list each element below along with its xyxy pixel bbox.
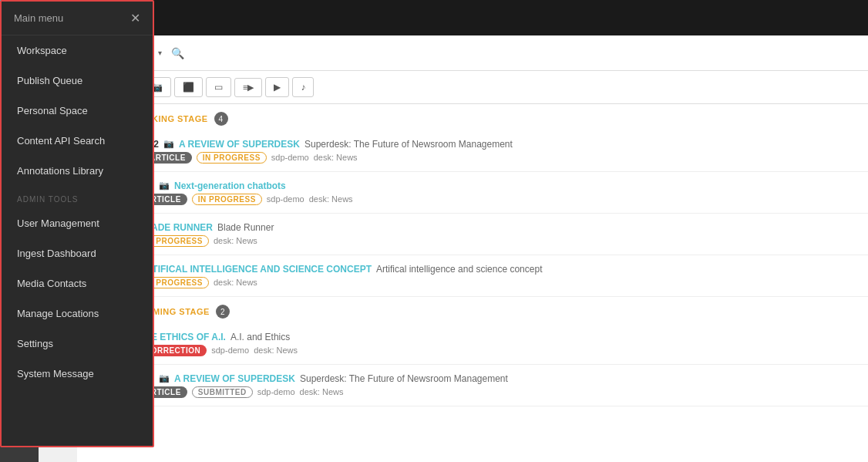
article-title-line: 890 📷 Next-generation chatbots <box>139 180 857 191</box>
side-menu-item-publish-queue[interactable]: Publish Queue <box>2 66 153 96</box>
article-subtitle: Superdesk: The Future of Newsroom Manage… <box>300 373 508 384</box>
article-meta-line: IN PROGRESS desk: News <box>139 235 857 247</box>
article-subtitle: A.I. and Ethics <box>230 332 290 342</box>
meta-desk: desk: News <box>314 153 358 162</box>
type-btn-video[interactable]: ▶ <box>265 77 289 97</box>
meta-desk: desk: News <box>300 387 344 396</box>
article-title: Next-generation chatbots <box>174 180 286 191</box>
meta-user: sdp-demo <box>211 346 249 355</box>
incoming-stage-count: 2 <box>216 305 230 319</box>
article-title-line: 432 📷 A REVIEW OF SUPERDESK Superdesk: T… <box>139 373 857 384</box>
type-btn-feed[interactable]: ≡▶ <box>234 78 262 97</box>
article-meta-line: ARTICLE SUBMITTED sdp-demo desk: News <box>139 386 857 398</box>
type-btn-audio[interactable]: ♪ <box>292 77 314 97</box>
camera-icon: 📷 <box>163 139 174 149</box>
article-meta-line: ARTICLE IN PROGRESS sdp-demo desk: News <box>139 194 857 205</box>
meta-desk: desk: News <box>309 194 353 204</box>
article-title-line: 432 📷 A REVIEW OF SUPERDESK Superdesk: T… <box>143 139 857 150</box>
badge-status: SUBMITTED <box>192 386 253 398</box>
article-content: 890 📷 Next-generation chatbots ARTICLE I… <box>139 180 857 205</box>
article-title: ARTIFICAL INTELLIGENCE AND SCIENCE CONCE… <box>139 264 372 275</box>
article-title-line: BLADE RUNNER Blade Runner <box>139 222 857 233</box>
working-stage-header: NEWS / WORKING STAGE 4 <box>77 104 868 130</box>
side-menu-item-annotations-library[interactable]: Annotations Library <box>2 156 153 186</box>
article-content: THE ETHICS OF A.I. A.I. and Ethics CORRE… <box>139 332 857 356</box>
article-subtitle: Superdesk: The Future of Newsroom Manage… <box>304 139 513 150</box>
article-content: 432 📷 A REVIEW OF SUPERDESK Superdesk: T… <box>139 373 857 398</box>
side-menu-item-manage-locations[interactable]: Manage Locations <box>2 298 153 329</box>
search-icon[interactable]: 🔍 <box>171 47 184 59</box>
main-area: Main menu ✕ Workspace Publish Queue Pers… <box>0 35 868 462</box>
articles-container: NEWS / WORKING STAGE 4 ≡ 6 3 432 📷 A REV… <box>77 104 868 462</box>
meta-user: sdp-demo <box>267 194 304 204</box>
article-row[interactable]: 📷 6 3 ARTIFICAL INTELLIGENCE AND SCIENCE… <box>77 255 868 297</box>
filter-bar: ▼ Monitoring ▾ 🔍 <box>77 35 868 71</box>
working-stage-count: 4 <box>214 112 228 126</box>
article-row[interactable]: 📷 6 3 BLADE RUNNER Blade Runner IN PROGR… <box>77 214 868 255</box>
content-area: ▼ Monitoring ▾ 🔍 all ≡ 📷 ⬛ ▭ ≡▶ ▶ ♪ NEWS… <box>77 35 868 462</box>
article-row[interactable]: ≡ 2 3 890 📷 Next-generation chatbots ART… <box>77 172 868 214</box>
article-meta-line: CORRECTION sdp-demo desk: News <box>139 345 857 356</box>
camera-icon: 📷 <box>159 373 170 383</box>
type-btn-graphic[interactable]: ⬛ <box>174 77 203 97</box>
side-menu-item-settings[interactable]: Settings <box>2 329 153 359</box>
article-title-line: ARTIFICAL INTELLIGENCE AND SCIENCE CONCE… <box>139 264 857 275</box>
article-meta-line: IN PROGRESS desk: News <box>139 277 857 288</box>
article-content: ARTIFICAL INTELLIGENCE AND SCIENCE CONCE… <box>139 264 857 288</box>
side-menu-item-content-api-search[interactable]: Content API Search <box>2 126 153 156</box>
type-filter-bar: all ≡ 📷 ⬛ ▭ ≡▶ ▶ ♪ <box>77 71 868 104</box>
side-menu-item-system-message[interactable]: System Message <box>2 359 153 389</box>
badge-status: IN PROGRESS <box>192 194 262 205</box>
article-title-line: THE ETHICS OF A.I. A.I. and Ethics <box>139 332 857 342</box>
meta-user: sdp-demo <box>257 387 295 396</box>
article-row[interactable]: ≡ 6 3 432 📷 A REVIEW OF SUPERDESK Superd… <box>77 365 868 406</box>
side-menu-item-user-management[interactable]: User Management <box>2 208 153 238</box>
article-title: A REVIEW OF SUPERDESK <box>174 373 295 384</box>
side-menu-item-workspace[interactable]: Workspace <box>2 35 153 66</box>
article-subtitle: Blade Runner <box>217 222 274 233</box>
article-row[interactable]: 📷 6 3 THE ETHICS OF A.I. A.I. and Ethics… <box>77 323 868 365</box>
side-menu-item-ingest-dashboard[interactable]: Ingest Dashboard <box>2 238 153 268</box>
meta-user: sdp-demo <box>271 153 309 162</box>
side-menu-item-personal-space[interactable]: Personal Space <box>2 96 153 126</box>
meta-desk: desk: News <box>254 346 298 355</box>
badge-status: IN PROGRESS <box>197 152 267 164</box>
admin-tools-label: ADMIN TOOLS <box>2 186 153 208</box>
article-row[interactable]: ≡ 6 3 432 📷 A REVIEW OF SUPERDESK Superd… <box>77 130 868 172</box>
meta-desk: desk: News <box>214 278 257 287</box>
article-meta-line: ARTICLE IN PROGRESS sdp-demo desk: News <box>143 152 857 164</box>
side-menu-item-media-contacts[interactable]: Media Contacts <box>2 268 153 298</box>
article-title: A REVIEW OF SUPERDESK <box>179 139 300 150</box>
monitoring-arrow: ▾ <box>158 49 162 57</box>
article-subtitle: Artifical intelligence and science conce… <box>376 264 542 275</box>
type-btn-composite[interactable]: ▭ <box>206 77 231 97</box>
camera-icon: 📷 <box>159 180 170 191</box>
incoming-stage-header: NEWS / INCOMING STAGE 2 <box>77 297 868 323</box>
article-content: BLADE RUNNER Blade Runner IN PROGRESS de… <box>139 222 857 247</box>
meta-desk: desk: News <box>214 236 257 245</box>
article-content: 432 📷 A REVIEW OF SUPERDESK Superdesk: T… <box>143 139 857 164</box>
side-menu: Main menu ✕ Workspace Publish Queue Pers… <box>0 35 154 447</box>
